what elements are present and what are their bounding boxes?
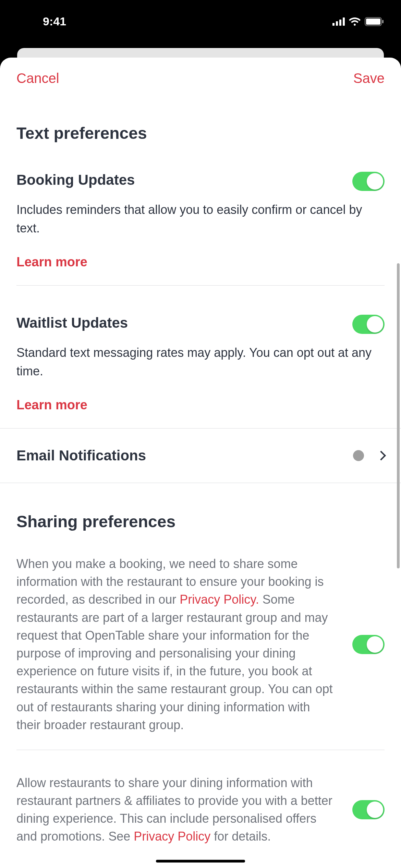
divider [16,750,385,750]
status-indicators [332,12,384,26]
svg-rect-0 [332,23,335,26]
save-button[interactable]: Save [353,71,385,86]
waitlist-updates-toggle[interactable] [352,315,385,334]
svg-rect-6 [382,20,384,23]
divider [0,483,401,483]
sharing-toggle-2[interactable] [352,800,385,819]
waitlist-updates-desc: Standard text messaging rates may apply.… [16,343,385,381]
sharing-text-after: for details. [210,829,271,843]
toggle-knob [367,316,383,333]
sheet-header: Cancel Save [0,58,401,86]
waitlist-updates-title: Waitlist Updates [16,315,128,331]
sharing-toggle-1[interactable] [352,635,385,654]
cellular-icon [332,17,345,26]
status-time: 9:41 [17,10,66,28]
sharing-row-1: When you make a booking, we need to shar… [16,555,385,734]
waitlist-learn-more-link[interactable]: Learn more [16,398,87,412]
sharing-text-1: When you make a booking, we need to shar… [16,555,335,734]
chevron-right-icon [376,451,386,460]
booking-updates-toggle[interactable] [352,172,385,191]
sharing-preferences-title: Sharing preferences [16,512,385,531]
modal-sheet: Cancel Save Text preferences Booking Upd… [0,58,401,868]
text-preferences-title: Text preferences [16,124,385,143]
booking-learn-more-link[interactable]: Learn more [16,255,87,269]
privacy-policy-link[interactable]: Privacy Policy [134,829,210,843]
booking-updates-title: Booking Updates [16,172,135,188]
privacy-policy-link[interactable]: Privacy Policy. [180,592,259,606]
cancel-button[interactable]: Cancel [16,71,59,86]
sharing-text-2: Allow restaurants to share your dining i… [16,774,335,846]
svg-rect-3 [343,17,345,26]
svg-rect-5 [366,19,380,25]
divider [16,285,385,286]
email-notifications-row[interactable]: Email Notifications [16,429,385,483]
status-bar: 9:41 [0,0,401,38]
status-dot-icon [353,450,364,461]
svg-rect-1 [336,21,338,26]
toggle-knob [367,801,383,818]
booking-updates-desc: Includes reminders that allow you to eas… [16,201,385,238]
scrollbar[interactable] [397,263,400,568]
toggle-knob [367,173,383,190]
battery-icon [365,17,384,26]
nav-right [353,450,385,461]
sharing-row-2: Allow restaurants to share your dining i… [16,774,385,846]
home-indicator[interactable] [156,860,245,863]
sheet-backdrop [17,48,384,58]
svg-rect-2 [339,20,341,26]
booking-updates-row: Booking Updates [16,172,385,191]
email-notifications-title: Email Notifications [16,447,146,464]
toggle-knob [367,636,383,653]
wifi-icon [349,17,361,26]
sharing-text-after: Some restaurants are part of a larger re… [16,592,333,732]
waitlist-updates-row: Waitlist Updates [16,315,385,334]
